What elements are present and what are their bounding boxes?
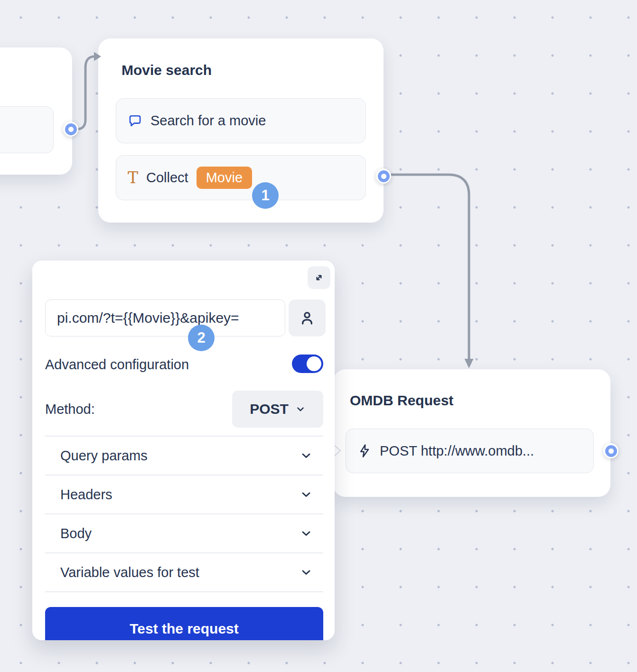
variable-chip[interactable]: Movie: [197, 167, 252, 189]
variable-insert-button[interactable]: [289, 299, 326, 336]
step-badge-2: 2: [188, 325, 215, 351]
previous-node-field[interactable]: [0, 106, 54, 153]
flow-canvas[interactable]: Movie search Search for a movie T Collec…: [0, 0, 637, 672]
url-input[interactable]: [45, 299, 285, 336]
chevron-down-icon: [295, 404, 306, 414]
chevron-down-icon[interactable]: [300, 489, 312, 500]
node-title: OMDB Request: [350, 390, 453, 411]
section-label: Headers: [60, 487, 112, 503]
text-variable-icon: T: [128, 170, 138, 186]
section-label: Query params: [60, 448, 148, 464]
port-ring: [605, 445, 617, 457]
advanced-configuration-toggle[interactable]: [292, 355, 323, 373]
connection-port-omdb-output[interactable]: [603, 443, 618, 458]
advanced-configuration-label: Advanced configuration: [45, 355, 189, 374]
question-label: Search for a movie: [150, 113, 266, 129]
method-select[interactable]: POST: [232, 391, 323, 428]
expand-button[interactable]: [308, 266, 330, 289]
webhook-label: POST http://www.omdb...: [380, 443, 534, 459]
connection-port-movie-search-output[interactable]: [376, 168, 391, 184]
chevron-down-icon[interactable]: [300, 450, 312, 461]
previous-node-card[interactable]: [0, 47, 72, 175]
connector-movie-search-to-omdb: [390, 175, 469, 360]
movie-search-node[interactable]: Movie search Search for a movie T Collec…: [98, 38, 384, 223]
port-ring: [378, 170, 390, 182]
collect-label: Collect: [146, 170, 188, 186]
port-ring: [65, 123, 77, 135]
webhook-block[interactable]: POST http://www.omdb...: [346, 429, 594, 473]
step-badge-1: 1: [252, 182, 279, 209]
chevron-down-icon[interactable]: [300, 528, 312, 539]
section-query-params[interactable]: Query params: [45, 437, 323, 476]
connector-previous-to-movie-search: [77, 56, 94, 129]
connection-port-previous-output[interactable]: [63, 121, 78, 137]
method-label: Method:: [45, 400, 95, 419]
section-label: Variable values for test: [60, 565, 199, 580]
method-value: POST: [250, 401, 289, 417]
webhook-settings-panel[interactable]: Advanced configuration Method: POST Quer…: [32, 261, 335, 640]
chat-bubble-icon: [128, 113, 142, 128]
lightning-icon: [357, 444, 372, 458]
question-block[interactable]: Search for a movie: [116, 98, 366, 143]
section-variable-values[interactable]: Variable values for test: [45, 553, 323, 592]
user-icon: [299, 309, 316, 327]
chevron-down-icon[interactable]: [300, 567, 312, 578]
section-label: Body: [60, 526, 92, 541]
test-request-button[interactable]: Test the request: [45, 607, 323, 640]
toggle-knob: [307, 356, 321, 371]
expand-icon: [313, 271, 325, 284]
section-headers[interactable]: Headers: [45, 476, 323, 514]
arrowhead-down: [465, 359, 474, 368]
omdb-request-node[interactable]: OMDB Request POST http://www.omdb...: [333, 369, 610, 497]
node-title: Movie search: [122, 60, 212, 81]
collect-block[interactable]: T Collect Movie: [116, 155, 366, 200]
section-body[interactable]: Body: [45, 514, 323, 553]
